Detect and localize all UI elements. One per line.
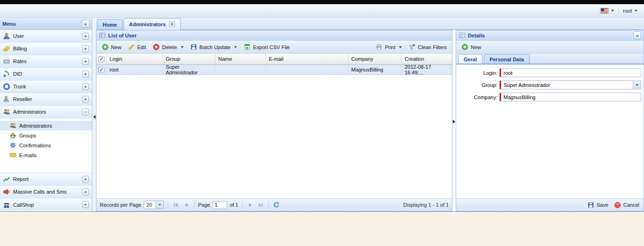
sidebar-item-administrators[interactable]: Administrators − xyxy=(0,106,92,118)
sidebar: Menu « User + Billing + Rates + DID + Tr… xyxy=(0,18,92,211)
refresh-button[interactable] xyxy=(273,201,281,209)
page-number-input[interactable] xyxy=(212,201,227,209)
table-row[interactable]: ✓ root Super Administrador MagnusBilling… xyxy=(96,65,452,75)
expand-plus-button[interactable]: + xyxy=(82,45,89,52)
login-field[interactable] xyxy=(499,68,641,77)
cell-email xyxy=(266,65,348,74)
last-page-button[interactable] xyxy=(257,201,265,209)
save-button[interactable]: Save xyxy=(587,202,608,209)
delete-circle-icon xyxy=(153,43,160,51)
administrators-icon xyxy=(9,122,16,129)
list-panel: List of User New Edit Delete Batch Updat… xyxy=(96,30,452,211)
company-field[interactable] xyxy=(499,93,641,101)
sidebar-item-report[interactable]: Report + xyxy=(0,173,92,186)
sidebar-item-billing[interactable]: Billing + xyxy=(0,43,92,55)
expand-plus-button[interactable]: + xyxy=(82,96,89,103)
next-page-button[interactable] xyxy=(246,201,254,209)
app-bottom-edge xyxy=(0,211,644,212)
language-selector[interactable] xyxy=(600,8,614,14)
delete-button[interactable]: Delete xyxy=(150,42,186,52)
form-icon xyxy=(459,32,466,39)
user-menu-label: root xyxy=(623,8,632,14)
chevron-down-icon xyxy=(611,10,614,12)
separator xyxy=(168,202,168,209)
expand-plus-button[interactable]: + xyxy=(82,201,89,208)
details-splitter[interactable] xyxy=(452,18,456,211)
sidebar-item-trunk[interactable]: Trunk + xyxy=(0,80,92,93)
edit-button[interactable]: Edit xyxy=(125,42,149,52)
column-header-creation[interactable]: Creation xyxy=(402,54,452,64)
user-menu[interactable]: root xyxy=(623,8,637,14)
sidebar-splitter[interactable] xyxy=(93,18,96,211)
submenu-item-administrators[interactable]: Administrators xyxy=(0,121,92,130)
sidebar-item-rates[interactable]: Rates + xyxy=(0,55,92,68)
submenu-item-confirmations[interactable]: Confirmations xyxy=(0,140,92,150)
column-header-email[interactable]: E-mail xyxy=(266,54,348,64)
delete-button-label: Delete xyxy=(162,44,177,50)
sidebar-item-callshop[interactable]: CallShop + xyxy=(0,198,92,211)
cancel-circle-icon xyxy=(614,202,621,209)
cancel-button[interactable]: Cancel xyxy=(614,202,639,209)
sidebar-item-did[interactable]: DID + xyxy=(0,68,92,80)
submenu-item-groups[interactable]: Groups xyxy=(0,130,92,140)
records-per-page-select[interactable]: 20 xyxy=(144,201,164,209)
prev-page-button[interactable] xyxy=(182,201,190,209)
column-header-group[interactable]: Group xyxy=(163,54,215,64)
expand-plus-button[interactable]: + xyxy=(82,188,89,195)
column-header-login[interactable]: Login xyxy=(107,54,163,64)
sidebar-collapse-button[interactable]: « xyxy=(81,20,89,28)
cell-group: Super Administrador xyxy=(163,65,215,74)
clean-filters-button[interactable]: Clean Filters xyxy=(406,42,450,52)
sidebar-item-reseller[interactable]: Reseller + xyxy=(0,93,92,106)
tab-close-icon[interactable]: x xyxy=(169,21,175,27)
records-per-page-label: Records per Page xyxy=(100,202,141,208)
collapse-left-arrow-icon[interactable] xyxy=(93,115,96,119)
cell-creation: 2012-08-17 16:49:... xyxy=(402,65,452,74)
new-button[interactable]: New xyxy=(99,42,124,52)
select-all-checkbox-cell: ✓ xyxy=(96,54,107,64)
expand-plus-button[interactable]: + xyxy=(82,58,89,65)
expand-plus-button[interactable]: + xyxy=(82,83,89,90)
export-csv-button-label: Export CSV File xyxy=(253,44,289,50)
details-new-button[interactable]: New xyxy=(459,42,484,52)
tab-label: Home xyxy=(103,22,117,28)
details-tabbar: Geral Personal Data xyxy=(456,54,644,65)
separator xyxy=(268,202,269,209)
collapse-right-arrow-icon[interactable] xyxy=(453,120,455,123)
sidebar-item-massive-calls[interactable]: Massive Calls and Sms + xyxy=(0,186,92,198)
expand-plus-button[interactable]: + xyxy=(82,176,89,183)
details-collapse-button[interactable]: » xyxy=(633,31,641,39)
export-csv-button[interactable]: Export CSV File xyxy=(241,42,292,52)
collapse-minus-button[interactable]: − xyxy=(82,109,89,116)
combo-trigger[interactable] xyxy=(155,201,163,209)
sidebar-item-label: Massive Calls and Sms xyxy=(13,189,67,195)
records-per-page-value: 20 xyxy=(144,201,155,209)
first-page-button[interactable] xyxy=(172,201,180,209)
did-icon xyxy=(3,70,10,78)
print-button[interactable]: Print xyxy=(373,42,405,52)
gear-icon xyxy=(9,142,16,149)
column-header-company[interactable]: Company xyxy=(348,54,402,64)
submenu-item-emails[interactable]: E-mails xyxy=(0,150,92,160)
group-select-field[interactable] xyxy=(499,80,633,89)
group-field-label: Group: xyxy=(456,82,497,88)
tab-personal-data[interactable]: Personal Data xyxy=(484,54,529,64)
select-all-checkbox[interactable]: ✓ xyxy=(98,56,104,62)
chevron-down-icon xyxy=(635,10,637,12)
tab-geral[interactable]: Geral xyxy=(458,54,482,64)
tab-home[interactable]: Home xyxy=(97,19,123,29)
column-header-name[interactable]: Name xyxy=(215,54,266,64)
filter-clear-icon xyxy=(408,43,415,51)
sidebar-item-label: User xyxy=(13,33,24,39)
tab-administrators[interactable]: Administrators x xyxy=(124,18,181,30)
clean-filters-button-label: Clean Filters xyxy=(418,44,447,50)
batch-update-button[interactable]: Batch Update xyxy=(187,42,240,52)
sidebar-item-user[interactable]: User + xyxy=(0,30,92,43)
expand-plus-button[interactable]: + xyxy=(82,71,89,78)
group-select-trigger[interactable] xyxy=(633,80,641,89)
printer-icon xyxy=(376,43,383,51)
expand-plus-button[interactable]: + xyxy=(82,33,89,40)
chevron-down-icon xyxy=(636,84,638,86)
row-checkbox[interactable]: ✓ xyxy=(98,67,104,73)
sidebar-item-label: Billing xyxy=(13,46,27,51)
